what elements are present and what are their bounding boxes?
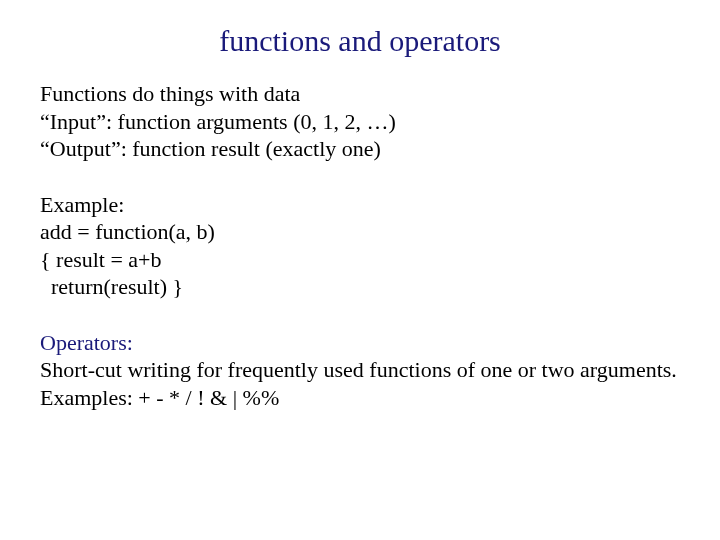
operators-block: Operators: Short-cut writing for frequen… (40, 329, 680, 412)
example-line-3: return(result) } (40, 273, 680, 301)
intro-line-3: “Output”: function result (exactly one) (40, 135, 680, 163)
example-line-2: { result = a+b (40, 246, 680, 274)
operators-line-2: Examples: + - * / ! & | %% (40, 384, 680, 412)
slide: functions and operators Functions do thi… (0, 0, 720, 540)
slide-title: functions and operators (0, 24, 720, 58)
intro-block: Functions do things with data “Input”: f… (40, 80, 680, 163)
intro-line-1: Functions do things with data (40, 80, 680, 108)
example-heading: Example: (40, 191, 680, 219)
slide-body: Functions do things with data “Input”: f… (40, 80, 680, 439)
intro-line-2: “Input”: function arguments (0, 1, 2, …) (40, 108, 680, 136)
example-line-1: add = function(a, b) (40, 218, 680, 246)
operators-heading: Operators: (40, 329, 680, 357)
example-block: Example: add = function(a, b) { result =… (40, 191, 680, 301)
operators-line-1: Short-cut writing for frequently used fu… (40, 356, 680, 384)
